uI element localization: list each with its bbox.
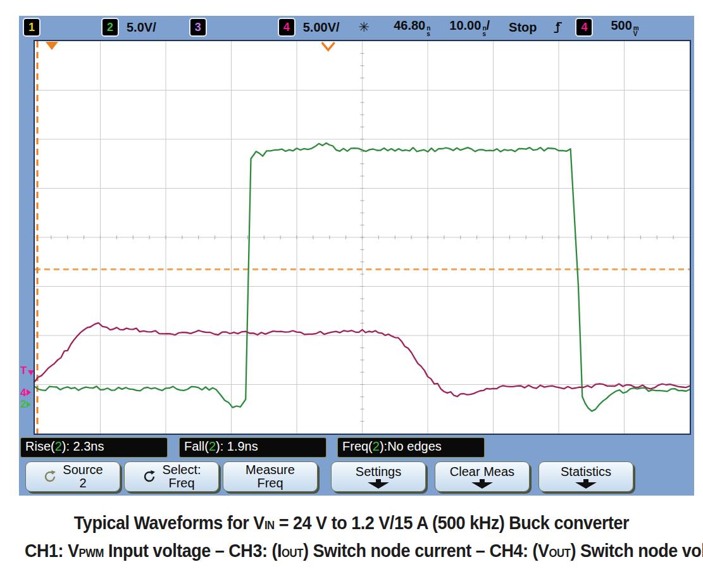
trigger-level-readout: 500 m V xyxy=(611,18,638,36)
softkey-select[interactable]: Select: Freq xyxy=(124,461,219,492)
waveform-svg xyxy=(35,41,690,434)
channel-markers: T42 xyxy=(19,40,34,435)
channel-marker-t: T xyxy=(20,365,34,376)
timebase-unit: n s xyxy=(482,25,486,37)
waveform-plot xyxy=(34,40,691,435)
oscilloscope-screen: 1 2 5.0V/ 3 4 5.00V/ ✳ 46.80 n s 10.00 n… xyxy=(19,16,694,496)
timebase-readout: 10.00 n s / xyxy=(449,18,490,36)
scope-status-bar: 1 2 5.0V/ 3 4 5.00V/ ✳ 46.80 n s 10.00 n… xyxy=(19,16,694,39)
marker-arrow-icon xyxy=(27,389,31,396)
channel-marker-4: 4 xyxy=(20,387,31,398)
starburst-icon: ✳ xyxy=(359,20,370,35)
softkey-clear-meas[interactable]: Clear Meas xyxy=(435,461,530,492)
down-arrow-icon xyxy=(471,479,493,489)
trigger-level-unit: m V xyxy=(633,25,639,37)
measurement-rise: Rise(2): 2.3ns xyxy=(20,437,168,458)
rotary-knob-icon xyxy=(142,469,157,484)
down-arrow-icon xyxy=(575,479,597,489)
trigger-level-value: 500 xyxy=(611,18,631,33)
channel-3-button[interactable]: 3 xyxy=(189,18,207,37)
page: 1 2 5.0V/ 3 4 5.00V/ ✳ 46.80 n s 10.00 n… xyxy=(0,0,703,588)
caption-line-2: CH1: VPWM Input voltage – CH3: (IOUT) Sw… xyxy=(25,538,678,566)
timebase-value: 10.00 xyxy=(449,18,481,33)
measurement-fall: Fall(2): 1.9ns xyxy=(179,437,327,458)
trigger-source-button[interactable]: 4 xyxy=(575,18,593,37)
softkey-settings[interactable]: Settings xyxy=(331,461,426,492)
figure-caption: Typical Waveforms for VIN = 24 V to 1.2 … xyxy=(0,510,703,566)
acquisition-state: Stop xyxy=(509,20,537,35)
channel-marker-2: 2 xyxy=(20,399,31,410)
measurement-freq: Freq(2):No edges xyxy=(337,437,485,458)
softkey-statistics[interactable]: Statistics xyxy=(538,461,633,492)
delay-readout: 46.80 n s xyxy=(394,18,430,36)
edge-trigger-icon xyxy=(553,20,563,35)
softkey-measure[interactable]: Measure Freq xyxy=(223,461,318,492)
channel-4-scale: 5.00V/ xyxy=(303,20,340,35)
rotary-knob-dim-icon xyxy=(42,469,58,484)
measurement-row: Rise(2): 2.3ns Fall(2): 1.9ns Freq(2):No… xyxy=(19,436,694,460)
softkey-row: Source 2 Select: Freq Measure xyxy=(19,460,694,496)
channel-4-button[interactable]: 4 xyxy=(278,18,296,37)
delay-unit: n s xyxy=(426,25,430,37)
delay-value: 46.80 xyxy=(394,18,425,33)
channel-2-button[interactable]: 2 xyxy=(101,18,119,37)
softkey-source[interactable]: Source 2 xyxy=(25,461,120,492)
timebase-slash: / xyxy=(486,18,490,33)
down-arrow-icon xyxy=(368,479,389,489)
caption-line-1: Typical Waveforms for VIN = 24 V to 1.2 … xyxy=(25,510,678,538)
marker-arrow-icon xyxy=(27,401,31,408)
channel-1-button[interactable]: 1 xyxy=(23,18,40,37)
scope-display-area: T42 xyxy=(19,39,694,436)
channel-2-scale: 5.0V/ xyxy=(127,20,156,35)
